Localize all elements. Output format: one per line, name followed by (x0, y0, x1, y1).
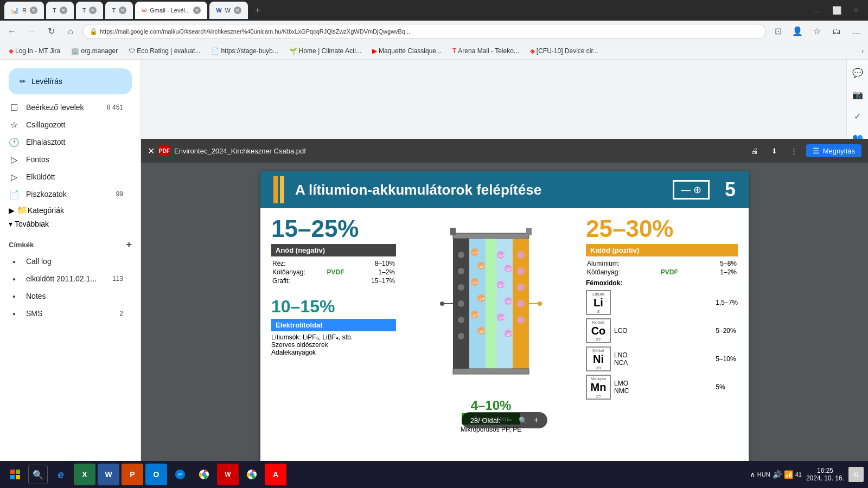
keyboard-layout[interactable]: HUN (757, 471, 770, 478)
element-li: Lítium Li 3 (586, 290, 611, 315)
new-tab-button[interactable]: + (250, 3, 265, 18)
pdf-open-btn[interactable]: ☰ Megnyitás (806, 144, 861, 157)
taskbar-app-acrobat[interactable]: A (265, 464, 286, 485)
pdf-download-btn[interactable]: ⬇ (767, 145, 782, 157)
url-text: https://mail.google.com/mail/u/0/#search… (100, 28, 410, 35)
label-elkuldott[interactable]: ● elküldött 2011.02.1... 113 (0, 270, 132, 287)
taskbar-app-ie[interactable]: e (50, 464, 72, 485)
taskbar-app-word[interactable]: W (98, 464, 119, 485)
taskbar-app-edge[interactable] (169, 464, 191, 485)
network-icon[interactable]: 📶 (784, 470, 793, 479)
tray-expand[interactable]: ∧ (750, 470, 755, 479)
anode-row-1: Kötőanyag: PVDF 1–2% (272, 268, 395, 276)
tab-2-close[interactable]: ✕ (60, 7, 67, 14)
bookmarks-more[interactable]: › (861, 47, 864, 55)
sidebar-item-more[interactable]: ▾ Továbbiak (0, 217, 141, 230)
battery-icon[interactable]: 41 (795, 471, 802, 478)
url-bar[interactable]: 🔒 https://mail.google.com/mail/u/0/#sear… (82, 24, 766, 39)
slide-number: 5 (725, 178, 736, 201)
show-desktop-btn[interactable]: 41 (848, 467, 864, 482)
pdf-print-btn[interactable]: 🖨 (747, 145, 763, 157)
tab-1[interactable]: 📊 R ✕ (4, 2, 44, 19)
label-notes-icon: ● (9, 293, 20, 299)
svg-rect-0 (453, 233, 529, 239)
bookmark-org-manager[interactable]: 🏢 org.manager (67, 46, 122, 56)
nav-bar: ← → ↻ ⌂ 🔒 https://mail.google.com/mail/u… (0, 21, 868, 42)
taskbar-app-excel[interactable]: X (74, 464, 95, 485)
svg-rect-42 (450, 228, 456, 235)
maximize-btn[interactable]: ⬜ (829, 3, 844, 18)
extensions-btn[interactable]: ⊡ (770, 24, 786, 39)
minimize-btn[interactable]: — (809, 3, 825, 18)
tab-5-close[interactable]: ✕ (193, 7, 201, 14)
svg-point-2 (458, 252, 464, 258)
tab-3-close[interactable]: ✕ (89, 7, 97, 14)
sidebar-item-snoozed[interactable]: 🕐 Elhalasztott (0, 133, 132, 151)
back-btn[interactable]: ← (4, 24, 20, 39)
sidebar-item-inbox[interactable]: ☐ Beérkező levelek 8 451 (0, 99, 132, 116)
profile-btn[interactable]: 👤 (790, 24, 805, 39)
tab-2[interactable]: T ✕ (46, 2, 74, 19)
sidebar-item-sent[interactable]: ▷ Elküldött (0, 168, 132, 185)
close-btn[interactable]: ✕ (848, 3, 864, 18)
label-calllog[interactable]: ● Call log (0, 253, 132, 270)
volume-icon[interactable]: 🔊 (773, 470, 782, 479)
taskbar-app-wordweb[interactable]: W (217, 464, 239, 485)
tab-4[interactable]: T ✕ (105, 2, 133, 19)
sidebar-item-categories[interactable]: ▶ 📁 Kategóriák (0, 203, 141, 217)
battery-diagram-svg: Li⁺ Li⁺ Li⁺ Li⁺ Li⁺ Li⁺ (420, 222, 561, 396)
label-sms[interactable]: ● SMS 2 (0, 305, 132, 322)
sidebar-item-starred[interactable]: ☆ Csillagozott (0, 116, 132, 133)
labels-section: Címkék + (0, 235, 141, 253)
taskbar-app-chrome[interactable] (193, 464, 215, 485)
bookmark-cfu[interactable]: ◆ [CFU-10] Device cir... (526, 46, 603, 56)
svg-rect-41 (453, 369, 529, 374)
pdf-title: Environtec_2024_Kirchkeszner Csaba.pdf (174, 147, 743, 155)
tab-6[interactable]: W W ✕ (209, 2, 248, 19)
tab-6-close[interactable]: ✕ (234, 7, 241, 14)
forward-btn[interactable]: → (24, 24, 39, 39)
pdf-close-btn[interactable]: ✕ (148, 146, 155, 156)
label-notes[interactable]: ● Notes (0, 287, 132, 305)
taskbar-search[interactable]: 🔍 (28, 465, 48, 484)
anode-row-0: Réz: 8–10% (272, 260, 395, 267)
tab-1-close[interactable]: ✕ (30, 7, 37, 14)
pdf-menu-btn[interactable]: ⋮ (786, 145, 802, 157)
bookmark-maquette[interactable]: ▶ Maquette Classique... (368, 46, 446, 56)
tab-3[interactable]: T ✕ (76, 2, 104, 19)
zoom-out-btn[interactable]: − (507, 415, 512, 425)
sidebar-item-drafts[interactable]: 📄 Piszkozatok 99 (0, 185, 132, 203)
collections-btn[interactable]: 🗂 (829, 24, 844, 39)
meet-icon[interactable]: 📷 (849, 86, 866, 103)
tab-5[interactable]: ✉ Gmail - Levél... ✕ (135, 2, 207, 19)
bookmark-eco-rating[interactable]: 🛡 Eco Rating | evaluat... (124, 46, 205, 56)
bookmark-mt-jira[interactable]: ◆ Log in - MT Jira (4, 46, 65, 56)
zoom-in-btn[interactable]: + (534, 415, 539, 425)
taskbar-right: ∧ HUN 🔊 📶 41 16:25 2024. 10. 16. 41 (750, 467, 864, 482)
sidebar-item-important[interactable]: ▷ Fontos (0, 151, 132, 168)
start-button[interactable] (4, 464, 26, 485)
compose-button[interactable]: ✏ Levélírás (9, 68, 132, 94)
tasks-icon[interactable]: ✓ (849, 107, 866, 125)
cathode-section: 25–30% Katód (pozitív) Alumínium: 5–8% K… (586, 217, 738, 461)
favorites-btn[interactable]: ☆ (809, 24, 825, 39)
add-label-btn[interactable]: + (126, 239, 132, 251)
svg-rect-51 (16, 475, 20, 479)
page-overlay: 28/ Oldal: − 🔍 + (462, 412, 547, 428)
starred-icon: ☆ (9, 120, 20, 130)
pdf-content[interactable]: A lítiumion-akkumulátorok felépítése — ⊕… (141, 163, 868, 461)
taskbar-app-chrome2[interactable] (241, 464, 263, 485)
settings-btn[interactable]: … (848, 24, 864, 39)
taskbar-app-outlook[interactable]: O (145, 464, 167, 485)
svg-rect-49 (16, 470, 20, 474)
bookmark-stage-buyb[interactable]: 📄 https://stage-buyb... (207, 46, 282, 56)
taskbar-clock[interactable]: 16:25 2024. 10. 16. (806, 467, 844, 482)
bookmark-arena[interactable]: T Arena Mall - Teleko... (448, 46, 524, 56)
taskbar-app-ppt[interactable]: P (122, 464, 143, 485)
home-btn[interactable]: ⌂ (63, 24, 78, 39)
bookmark-climate[interactable]: 🌱 Home | Climate Acti... (285, 46, 366, 56)
tab-4-close[interactable]: ✕ (119, 7, 126, 14)
chat-icon[interactable]: 💬 (849, 64, 866, 81)
refresh-btn[interactable]: ↻ (43, 24, 59, 39)
svg-text:Li⁺: Li⁺ (499, 316, 505, 320)
